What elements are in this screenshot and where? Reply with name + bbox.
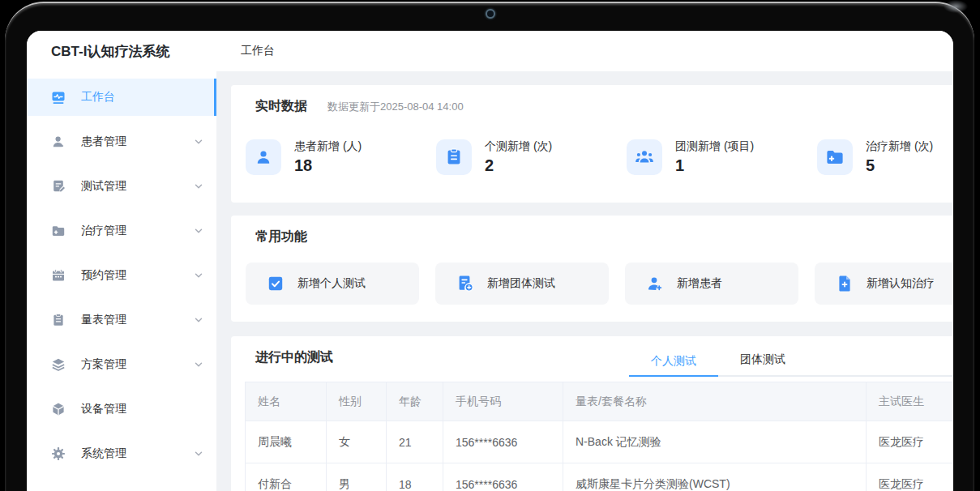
user-icon: [51, 134, 66, 149]
new-group-test-button[interactable]: 新增团体测试: [435, 263, 609, 305]
column-header-scale: 量表/套餐名称: [563, 382, 867, 421]
realtime-title: 实时数据: [255, 98, 307, 115]
stat-new-group-tests: 团测新增 (项目) 1: [627, 139, 817, 175]
quick-action-label: 新增患者: [677, 276, 722, 291]
sidebar-item-scales[interactable]: 量表管理: [27, 301, 216, 339]
table-row: 付新合 男 18 156****6636 威斯康星卡片分类测验(WCST) 医龙…: [246, 463, 954, 491]
user-plus-icon: [646, 275, 664, 292]
main-content: 实时数据 数据更新于2025-08-04 14:00 患者新增 (人) 18: [216, 71, 953, 491]
stat-label: 团测新增 (项目): [675, 139, 754, 154]
device-mockup: CBT-I认知疗法系统 工作台 工作台 患者管理: [0, 0, 980, 491]
sidebar-item-system[interactable]: 系统管理: [27, 435, 216, 472]
sidebar-item-tests[interactable]: 测试管理: [27, 168, 216, 205]
table-row: 周晨曦 女 21 156****6636 N-Back 记忆测验 医龙医疗: [246, 421, 954, 463]
checkbox-check-icon: [267, 275, 285, 292]
sidebar-item-label: 方案管理: [81, 357, 194, 372]
stat-label: 治疗新增 (次): [866, 139, 933, 154]
cell-phone: 156****6636: [443, 463, 563, 491]
clipboard-icon: [51, 313, 66, 327]
camera-icon: [486, 9, 495, 19]
quick-actions-title: 常用功能: [255, 228, 307, 246]
folder-plus-icon: [51, 224, 66, 238]
column-header-age: 年龄: [387, 382, 443, 421]
sidebar-item-label: 测试管理: [81, 179, 194, 194]
stat-new-patients: 患者新增 (人) 18: [246, 139, 436, 175]
quick-actions-card: 常用功能 新增个人测试 新增团体测: [231, 216, 953, 322]
stat-label: 个测新增 (次): [485, 139, 552, 154]
stat-new-treatments: 治疗新增 (次) 5: [817, 139, 953, 175]
ongoing-tests-table: 姓名 性别 年龄 手机号码 量表/套餐名称 主试医生 周晨曦 女: [245, 382, 953, 491]
cell-doctor: 医龙医疗: [867, 421, 954, 463]
sidebar-item-label: 预约管理: [81, 268, 194, 283]
chevron-down-icon: [194, 181, 203, 191]
new-patient-button[interactable]: 新增患者: [625, 263, 798, 305]
column-header-name: 姓名: [246, 382, 327, 421]
ongoing-tests-title: 进行中的测试: [255, 336, 333, 377]
cell-scale: 威斯康星卡片分类测验(WCST): [563, 463, 867, 491]
chevron-down-icon: [194, 137, 203, 147]
cell-doctor: 医龙医疗: [867, 463, 954, 491]
sidebar-item-label: 量表管理: [81, 313, 194, 327]
sidebar-item-label: 系统管理: [81, 446, 194, 461]
quick-action-label: 新增团体测试: [487, 276, 555, 291]
stat-value: 2: [485, 156, 552, 175]
table-header-row: 姓名 性别 年龄 手机号码 量表/套餐名称 主试医生: [246, 382, 954, 421]
stat-value: 1: [675, 156, 754, 175]
app-body: 工作台 患者管理 测试管理: [27, 71, 953, 491]
realtime-card: 实时数据 数据更新于2025-08-04 14:00 患者新增 (人) 18: [231, 85, 953, 203]
chevron-down-icon: [194, 226, 203, 236]
ongoing-tests-card: 进行中的测试 个人测试 团体测试 姓名: [231, 336, 953, 491]
sidebar-item-devices[interactable]: 设备管理: [27, 391, 216, 428]
sidebar-item-label: 患者管理: [81, 134, 194, 149]
cell-phone: 156****6636: [443, 421, 563, 463]
calendar-icon: [51, 268, 66, 283]
sidebar-item-label: 治疗管理: [81, 224, 194, 238]
sidebar-item-patients[interactable]: 患者管理: [27, 123, 216, 160]
new-individual-test-button[interactable]: 新增个人测试: [246, 263, 419, 305]
cell-scale: N-Back 记忆测验: [563, 421, 867, 463]
gear-icon: [51, 446, 66, 461]
realtime-updated-text: 数据更新于2025-08-04 14:00: [327, 100, 464, 114]
people-group-icon: [627, 139, 662, 175]
sidebar-item-workbench[interactable]: 工作台: [27, 79, 216, 116]
tab-individual-tests[interactable]: 个人测试: [629, 344, 718, 377]
chevron-down-icon: [194, 360, 203, 369]
sidebar-item-treatment[interactable]: 治疗管理: [27, 212, 216, 250]
column-header-doctor: 主试医生: [867, 382, 954, 421]
app-header: CBT-I认知疗法系统 工作台: [27, 31, 953, 71]
quick-action-label: 新增认知治疗: [867, 276, 935, 291]
new-cognitive-treatment-button[interactable]: 新增认知治疗: [815, 263, 953, 305]
sidebar-item-label: 工作台: [81, 90, 203, 105]
document-add-icon: [456, 275, 474, 292]
quick-action-label: 新增个人测试: [297, 276, 366, 291]
app-title: CBT-I认知疗法系统: [27, 42, 216, 61]
chevron-down-icon: [194, 315, 203, 325]
file-plus-icon: [836, 275, 854, 292]
cell-name: 周晨曦: [246, 421, 327, 463]
document-edit-icon: [51, 179, 66, 194]
stat-new-individual-tests: 个测新增 (次) 2: [436, 139, 627, 175]
clipboard-icon: [436, 139, 472, 175]
dashboard-icon: [51, 90, 66, 105]
chevron-down-icon: [194, 271, 203, 280]
sidebar: 工作台 患者管理 测试管理: [27, 71, 216, 491]
cell-age: 18: [387, 463, 443, 491]
cell-gender: 男: [327, 463, 387, 491]
layers-icon: [51, 357, 66, 372]
stat-value: 18: [294, 156, 362, 175]
user-icon: [246, 139, 281, 175]
folder-plus-icon: [817, 139, 853, 175]
chevron-down-icon: [194, 449, 203, 459]
sidebar-item-appointments[interactable]: 预约管理: [27, 257, 216, 294]
frame-glint: [944, 0, 968, 13]
column-header-gender: 性别: [327, 382, 387, 421]
app-screen: CBT-I认知疗法系统 工作台 工作台 患者管理: [27, 31, 953, 491]
tab-group-tests[interactable]: 团体测试: [718, 343, 807, 375]
cell-age: 21: [387, 421, 443, 463]
sidebar-item-plans[interactable]: 方案管理: [27, 346, 216, 383]
sidebar-item-label: 设备管理: [81, 402, 203, 416]
cube-icon: [51, 402, 66, 416]
column-header-phone: 手机号码: [443, 382, 563, 421]
tabs-bar: 个人测试 团体测试: [629, 336, 953, 377]
stat-label: 患者新增 (人): [294, 139, 362, 154]
